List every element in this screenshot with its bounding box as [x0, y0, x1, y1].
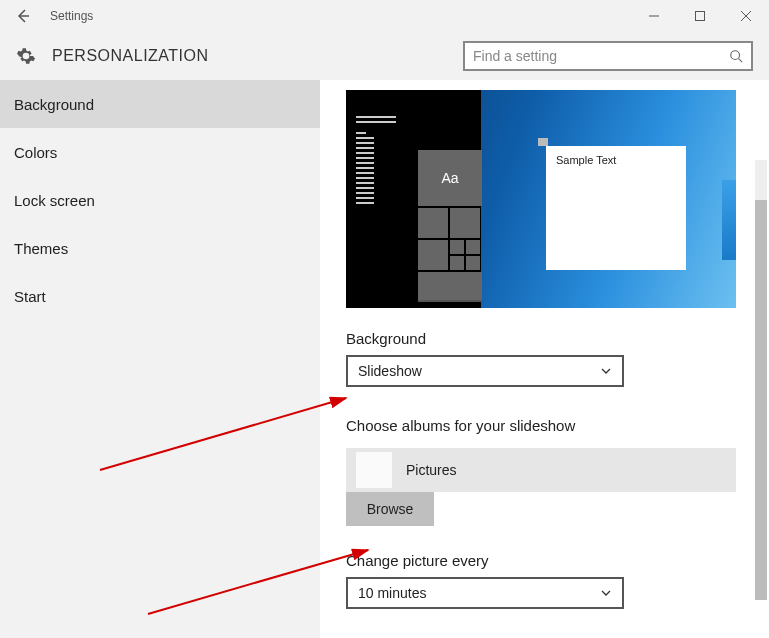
search-icon [729, 49, 743, 63]
sidebar-item-start[interactable]: Start [0, 272, 320, 320]
header-row: PERSONALIZATION [0, 32, 769, 80]
preview-app-list [356, 116, 396, 207]
accent-tile: Aa [418, 150, 482, 206]
close-icon [741, 11, 751, 21]
sample-text: Sample Text [546, 146, 686, 174]
chevron-down-icon [600, 365, 612, 377]
album-thumbnail [356, 452, 392, 488]
sidebar-item-label: Start [14, 288, 46, 305]
sidebar-item-label: Colors [14, 144, 57, 161]
title-bar: Settings [0, 0, 769, 32]
background-dropdown[interactable]: Slideshow [346, 355, 624, 387]
scrollbar-thumb[interactable] [755, 200, 767, 600]
sidebar-item-background[interactable]: Background [0, 80, 320, 128]
gear-icon [16, 46, 36, 66]
svg-line-5 [739, 59, 743, 63]
desktop-preview: Aa Sample Text [346, 90, 736, 308]
interval-dropdown[interactable]: 10 minutes [346, 577, 624, 609]
page-title: PERSONALIZATION [52, 47, 209, 65]
sidebar-item-lock-screen[interactable]: Lock screen [0, 176, 320, 224]
albums-label: Choose albums for your slideshow [346, 417, 743, 434]
minimize-icon [649, 11, 659, 21]
back-button[interactable] [0, 0, 46, 32]
maximize-icon [695, 11, 705, 21]
preview-edge [722, 180, 736, 260]
dropdown-value: Slideshow [358, 363, 422, 379]
browse-button[interactable]: Browse [346, 492, 434, 526]
minimize-button[interactable] [631, 0, 677, 32]
svg-point-4 [731, 51, 740, 60]
interval-label: Change picture every [346, 552, 743, 569]
close-button[interactable] [723, 0, 769, 32]
back-arrow-icon [15, 8, 31, 24]
album-name: Pictures [406, 462, 457, 478]
maximize-button[interactable] [677, 0, 723, 32]
main-area: Background Colors Lock screen Themes Sta… [0, 80, 769, 638]
chevron-down-icon [600, 587, 612, 599]
sidebar-item-colors[interactable]: Colors [0, 128, 320, 176]
sidebar-item-label: Lock screen [14, 192, 95, 209]
sidebar-item-label: Background [14, 96, 94, 113]
sidebar: Background Colors Lock screen Themes Sta… [0, 80, 320, 638]
svg-rect-1 [696, 12, 705, 21]
content-pane: Preview Aa [320, 80, 769, 638]
dropdown-value: 10 minutes [358, 585, 426, 601]
sidebar-item-label: Themes [14, 240, 68, 257]
sample-window: Sample Text [546, 146, 686, 270]
app-title: Settings [50, 9, 93, 23]
window-controls [631, 0, 769, 32]
sidebar-item-themes[interactable]: Themes [0, 224, 320, 272]
album-item[interactable]: Pictures [346, 448, 736, 492]
background-label: Background [346, 330, 743, 347]
preview-tiles: Aa [418, 150, 482, 304]
search-input[interactable] [473, 48, 729, 64]
search-box[interactable] [463, 41, 753, 71]
